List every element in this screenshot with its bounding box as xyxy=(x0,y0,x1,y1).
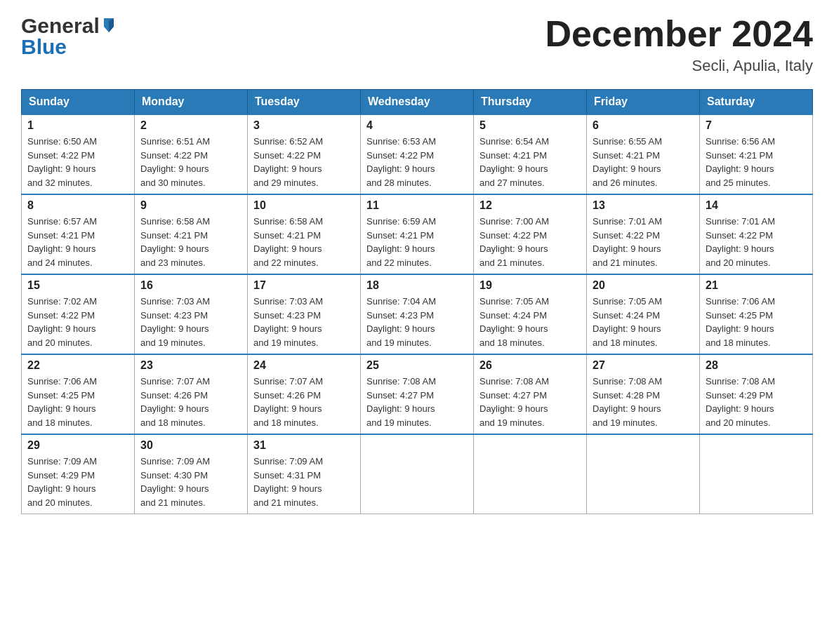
daylight-label: Daylight: 9 hours xyxy=(706,243,774,254)
sunrise-label: Sunrise: 6:52 AM xyxy=(253,136,323,147)
daylight-label: Daylight: 9 hours xyxy=(140,323,209,334)
daylight-label: Daylight: 9 hours xyxy=(479,403,548,414)
table-row: 21 Sunrise: 7:06 AM Sunset: 4:25 PM Dayl… xyxy=(700,274,813,354)
day-number: 8 xyxy=(27,199,128,212)
sunrise-label: Sunrise: 6:50 AM xyxy=(27,136,97,147)
daylight-label: Daylight: 9 hours xyxy=(253,483,322,494)
table-row: 22 Sunrise: 7:06 AM Sunset: 4:25 PM Dayl… xyxy=(22,354,135,434)
col-wednesday: Wednesday xyxy=(361,90,474,115)
daylight-label: Daylight: 9 hours xyxy=(593,243,661,254)
calendar-table: Sunday Monday Tuesday Wednesday Thursday… xyxy=(21,89,813,514)
daylight-label: Daylight: 9 hours xyxy=(140,163,209,174)
sunset-label: Sunset: 4:23 PM xyxy=(253,310,321,321)
day-info: Sunrise: 7:08 AM Sunset: 4:28 PM Dayligh… xyxy=(593,375,694,429)
table-row: 20 Sunrise: 7:05 AM Sunset: 4:24 PM Dayl… xyxy=(587,274,700,354)
sunset-label: Sunset: 4:21 PM xyxy=(253,230,321,241)
day-number: 21 xyxy=(706,279,807,292)
table-row: 30 Sunrise: 7:09 AM Sunset: 4:30 PM Dayl… xyxy=(135,434,248,514)
table-row: 4 Sunrise: 6:53 AM Sunset: 4:22 PM Dayli… xyxy=(361,114,474,194)
sunrise-label: Sunrise: 7:08 AM xyxy=(479,376,549,387)
sunset-label: Sunset: 4:24 PM xyxy=(479,310,547,321)
logo-blue-text: Blue xyxy=(21,35,67,59)
daylight-minutes: and 20 minutes. xyxy=(27,337,93,348)
col-monday: Monday xyxy=(135,90,248,115)
table-row: 13 Sunrise: 7:01 AM Sunset: 4:22 PM Dayl… xyxy=(587,194,700,274)
table-row xyxy=(587,434,700,514)
sunset-label: Sunset: 4:21 PM xyxy=(593,150,660,161)
sunset-label: Sunset: 4:28 PM xyxy=(593,390,660,401)
daylight-label: Daylight: 9 hours xyxy=(140,243,209,254)
day-number: 11 xyxy=(366,199,468,212)
col-thursday: Thursday xyxy=(474,90,587,115)
day-number: 18 xyxy=(366,279,468,292)
sunset-label: Sunset: 4:27 PM xyxy=(366,390,434,401)
daylight-label: Daylight: 9 hours xyxy=(140,483,209,494)
day-number: 16 xyxy=(140,279,241,292)
sunrise-label: Sunrise: 7:09 AM xyxy=(27,456,97,467)
daylight-minutes: and 21 minutes. xyxy=(593,257,658,268)
daylight-minutes: and 25 minutes. xyxy=(706,177,771,188)
daylight-minutes: and 18 minutes. xyxy=(27,417,93,428)
day-info: Sunrise: 7:05 AM Sunset: 4:24 PM Dayligh… xyxy=(593,295,694,349)
day-info: Sunrise: 6:50 AM Sunset: 4:22 PM Dayligh… xyxy=(27,135,128,189)
day-info: Sunrise: 7:09 AM Sunset: 4:30 PM Dayligh… xyxy=(140,455,241,509)
sunset-label: Sunset: 4:21 PM xyxy=(27,230,95,241)
day-number: 28 xyxy=(706,359,807,372)
logo-arrow-icon xyxy=(101,17,117,32)
day-number: 13 xyxy=(593,199,694,212)
sunset-label: Sunset: 4:30 PM xyxy=(140,470,208,481)
sunrise-label: Sunrise: 6:58 AM xyxy=(140,216,210,227)
sunset-label: Sunset: 4:21 PM xyxy=(479,150,547,161)
sunrise-label: Sunrise: 6:59 AM xyxy=(366,216,436,227)
daylight-minutes: and 26 minutes. xyxy=(593,177,658,188)
table-row: 14 Sunrise: 7:01 AM Sunset: 4:22 PM Dayl… xyxy=(700,194,813,274)
day-number: 24 xyxy=(253,359,355,372)
sunset-label: Sunset: 4:22 PM xyxy=(27,310,95,321)
sunset-label: Sunset: 4:22 PM xyxy=(253,150,321,161)
daylight-minutes: and 20 minutes. xyxy=(706,257,771,268)
day-info: Sunrise: 7:00 AM Sunset: 4:22 PM Dayligh… xyxy=(479,215,581,269)
daylight-minutes: and 18 minutes. xyxy=(593,337,658,348)
daylight-label: Daylight: 9 hours xyxy=(366,163,435,174)
daylight-minutes: and 21 minutes. xyxy=(253,497,319,508)
sunset-label: Sunset: 4:23 PM xyxy=(366,310,434,321)
sunrise-label: Sunrise: 7:06 AM xyxy=(706,296,775,307)
sunset-label: Sunset: 4:29 PM xyxy=(27,470,95,481)
table-row: 10 Sunrise: 6:58 AM Sunset: 4:21 PM Dayl… xyxy=(248,194,361,274)
daylight-minutes: and 29 minutes. xyxy=(253,177,319,188)
sunset-label: Sunset: 4:21 PM xyxy=(366,230,434,241)
daylight-label: Daylight: 9 hours xyxy=(253,163,322,174)
sunrise-label: Sunrise: 7:03 AM xyxy=(253,296,323,307)
sunrise-label: Sunrise: 7:08 AM xyxy=(593,376,662,387)
col-sunday: Sunday xyxy=(22,90,135,115)
day-number: 10 xyxy=(253,199,355,212)
daylight-label: Daylight: 9 hours xyxy=(27,403,96,414)
col-friday: Friday xyxy=(587,90,700,115)
table-row: 9 Sunrise: 6:58 AM Sunset: 4:21 PM Dayli… xyxy=(135,194,248,274)
day-number: 19 xyxy=(479,279,581,292)
sunset-label: Sunset: 4:22 PM xyxy=(366,150,434,161)
daylight-minutes: and 28 minutes. xyxy=(366,177,432,188)
sunrise-label: Sunrise: 7:07 AM xyxy=(253,376,323,387)
daylight-label: Daylight: 9 hours xyxy=(593,323,661,334)
sunset-label: Sunset: 4:25 PM xyxy=(706,310,773,321)
daylight-minutes: and 19 minutes. xyxy=(593,417,658,428)
day-number: 17 xyxy=(253,279,355,292)
daylight-label: Daylight: 9 hours xyxy=(479,243,548,254)
logo-general-text: General xyxy=(21,14,100,38)
table-row: 1 Sunrise: 6:50 AM Sunset: 4:22 PM Dayli… xyxy=(22,114,135,194)
sunset-label: Sunset: 4:22 PM xyxy=(140,150,208,161)
day-info: Sunrise: 7:08 AM Sunset: 4:29 PM Dayligh… xyxy=(706,375,807,429)
sunrise-label: Sunrise: 7:08 AM xyxy=(366,376,436,387)
sunrise-label: Sunrise: 6:55 AM xyxy=(593,136,662,147)
day-info: Sunrise: 7:01 AM Sunset: 4:22 PM Dayligh… xyxy=(593,215,694,269)
sunrise-label: Sunrise: 7:01 AM xyxy=(593,216,662,227)
daylight-label: Daylight: 9 hours xyxy=(479,163,548,174)
sunrise-label: Sunrise: 7:09 AM xyxy=(140,456,210,467)
daylight-minutes: and 21 minutes. xyxy=(479,257,545,268)
daylight-minutes: and 18 minutes. xyxy=(706,337,771,348)
table-row: 15 Sunrise: 7:02 AM Sunset: 4:22 PM Dayl… xyxy=(22,274,135,354)
table-row: 24 Sunrise: 7:07 AM Sunset: 4:26 PM Dayl… xyxy=(248,354,361,434)
daylight-minutes: and 20 minutes. xyxy=(27,497,93,508)
col-saturday: Saturday xyxy=(700,90,813,115)
